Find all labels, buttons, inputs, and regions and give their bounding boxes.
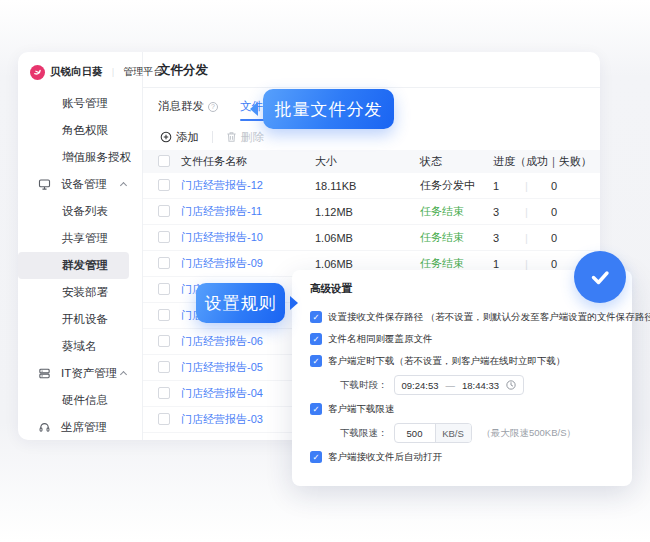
row-checkbox[interactable] <box>158 231 170 243</box>
download-period-label: 下载时段： <box>340 379 388 392</box>
trash-icon <box>226 131 237 143</box>
sidebar-item-label: 开机设备 <box>62 312 108 327</box>
file-task-link[interactable]: 门店经营报告-09 <box>181 256 315 271</box>
progress-separator: | <box>525 258 551 270</box>
callout-set-rules: 设置规则 <box>196 283 285 323</box>
sidebar-item-label: 共享管理 <box>62 231 108 246</box>
checkbox-checked-icon[interactable]: ✓ <box>310 451 322 463</box>
sidebar-item-群发管理[interactable]: 群发管理 <box>18 252 129 279</box>
table-row: 门店经营报告-10 1.06MB 任务结束 3 | 0 <box>143 225 600 251</box>
sidebar-item-坐席管理[interactable]: 坐席管理 <box>18 414 142 441</box>
check-icon <box>587 264 613 290</box>
brand-name: 贝锐向日葵 <box>50 65 103 79</box>
download-period-row: 下载时段： 09:24:53 — 18:44:33 <box>310 372 624 398</box>
progress-separator: | <box>525 232 551 244</box>
speed-limit-label: 下载限速： <box>340 427 388 440</box>
sidebar-item-label: 角色权限 <box>62 123 108 138</box>
file-size: 1.12MB <box>315 206 420 218</box>
row-checkbox[interactable] <box>158 205 170 217</box>
task-status: 任务结束 <box>420 230 493 245</box>
sunlogin-logo-icon <box>30 65 45 80</box>
chevron-up-icon[interactable] <box>120 371 127 378</box>
file-task-link[interactable]: 门店经营报告-10 <box>181 230 315 245</box>
col-progress: 进度（成功｜失败） <box>493 154 583 169</box>
end-time[interactable]: 18:44:33 <box>462 380 499 391</box>
checkbox-checked-icon[interactable]: ✓ <box>310 311 322 323</box>
brand-logo-row: 贝锐向日葵 ｜ 管理平台 <box>18 60 142 84</box>
table-row: 门店经营报告-11 1.12MB 任务结束 3 | 0 <box>143 199 600 225</box>
sidebar-item-label: 硬件信息 <box>62 393 108 408</box>
task-status: 任务结束 <box>420 204 493 219</box>
success-count: 1 <box>493 258 525 270</box>
speed-value[interactable]: 500 <box>395 424 435 442</box>
callout-batch-file-distribution: 批量文件分发 <box>263 89 394 129</box>
sidebar-item-葵域名[interactable]: 葵域名 <box>18 333 142 360</box>
time-range-input[interactable]: 09:24:53 — 18:44:33 <box>394 375 524 395</box>
start-time[interactable]: 09:24:53 <box>402 380 439 391</box>
row-checkbox[interactable] <box>158 257 170 269</box>
option-scheduled-download: ✓ 客户端定时下载（若不设置，则客户端在线时立即下载） <box>310 350 624 372</box>
sidebar-menu: 账号管理 角色权限 增值服务授权 设备管理 设备列表 共享管理 群发管理 安装部… <box>18 90 142 441</box>
toolbar-divider <box>212 131 213 143</box>
sidebar-item-共享管理[interactable]: 共享管理 <box>18 225 142 252</box>
col-size: 大小 <box>315 154 420 169</box>
sidebar-item-角色权限[interactable]: 角色权限 <box>18 117 142 144</box>
speed-unit: KB/S <box>435 424 471 442</box>
speed-limit-hint: （最大限速500KB/S） <box>482 427 577 440</box>
checkbox-checked-icon[interactable]: ✓ <box>310 355 322 367</box>
sidebar-item-label: 坐席管理 <box>61 420 107 435</box>
success-count: 3 <box>493 206 525 218</box>
sidebar-item-label: 安装部署 <box>62 285 108 300</box>
row-checkbox[interactable] <box>158 413 170 425</box>
file-task-link[interactable]: 门店经营报告-12 <box>181 178 315 193</box>
sidebar-item-开机设备[interactable]: 开机设备 <box>18 306 142 333</box>
task-status: 任务分发中 <box>420 178 493 193</box>
sidebar-item-账号管理[interactable]: 账号管理 <box>18 90 142 117</box>
file-size: 1.06MB <box>315 232 420 244</box>
sidebar: 贝锐向日葵 ｜ 管理平台 账号管理 角色权限 增值服务授权 设备管理 设备列表 … <box>18 52 143 440</box>
success-count: 1 <box>493 180 525 192</box>
confirm-check-badge[interactable] <box>574 251 626 303</box>
option-save-path: ✓ 设置接收文件保存路径 （若不设置，则默认分发至客户端设置的文件保存路径） <box>310 306 624 328</box>
sidebar-item-安装部署[interactable]: 安装部署 <box>18 279 142 306</box>
add-button[interactable]: 添加 <box>160 130 199 145</box>
file-size: 1.06MB <box>315 258 420 270</box>
row-checkbox[interactable] <box>158 309 170 321</box>
checkbox-checked-icon[interactable]: ✓ <box>310 403 322 415</box>
help-icon[interactable]: ? <box>208 102 218 112</box>
sidebar-item-label: 群发管理 <box>62 258 108 273</box>
sidebar-item-label: 增值服务授权 <box>62 150 131 165</box>
sidebar-item-增值服务授权[interactable]: 增值服务授权 <box>18 144 142 171</box>
sidebar-item-设备管理[interactable]: 设备管理 <box>18 171 142 198</box>
chevron-up-icon[interactable] <box>120 182 127 189</box>
select-all-checkbox[interactable] <box>158 155 170 167</box>
sidebar-item-设备列表[interactable]: 设备列表 <box>18 198 142 225</box>
col-name: 文件任务名称 <box>181 154 315 169</box>
success-count: 3 <box>493 232 525 244</box>
row-checkbox[interactable] <box>158 361 170 373</box>
circle-plus-icon <box>160 131 172 143</box>
fail-count: 0 <box>551 206 583 218</box>
progress-separator: | <box>525 206 551 218</box>
delete-button[interactable]: 删除 <box>226 130 264 145</box>
table-row: 门店经营报告-12 18.11KB 任务分发中 1 | 0 <box>143 173 600 199</box>
row-checkbox[interactable] <box>158 283 170 295</box>
file-task-link[interactable]: 门店经营报告-11 <box>181 204 315 219</box>
row-checkbox[interactable] <box>158 387 170 399</box>
fail-count: 0 <box>551 232 583 244</box>
file-size: 18.11KB <box>315 180 420 192</box>
sidebar-item-IT资产管理[interactable]: IT资产管理 <box>18 360 142 387</box>
sidebar-item-label: 账号管理 <box>62 96 108 111</box>
table-header: 文件任务名称 大小 状态 进度（成功｜失败） <box>143 150 600 173</box>
headset-icon <box>38 421 51 434</box>
clock-icon <box>506 380 516 390</box>
sidebar-item-硬件信息[interactable]: 硬件信息 <box>18 387 142 414</box>
row-checkbox[interactable] <box>158 179 170 191</box>
progress-separator: | <box>525 180 551 192</box>
tab-message-broadcast[interactable]: 消息群发 ? <box>158 88 218 125</box>
col-status: 状态 <box>420 154 493 169</box>
row-checkbox[interactable] <box>158 335 170 347</box>
monitor-icon <box>38 178 51 191</box>
speed-limit-input[interactable]: 500 KB/S <box>394 423 472 443</box>
checkbox-checked-icon[interactable]: ✓ <box>310 333 322 345</box>
